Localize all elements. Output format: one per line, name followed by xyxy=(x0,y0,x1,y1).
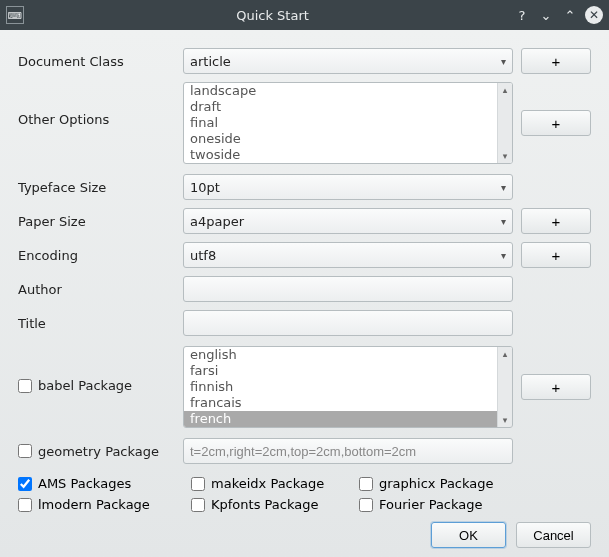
close-icon[interactable]: ✕ xyxy=(585,6,603,24)
label-encoding: Encoding xyxy=(18,248,183,263)
kpfonts-checkbox[interactable] xyxy=(191,498,205,512)
scrollbar[interactable]: ▴ ▾ xyxy=(497,347,512,427)
typeface-size-value: 10pt xyxy=(190,180,220,195)
graphicx-checkbox[interactable] xyxy=(359,477,373,491)
list-item[interactable]: french xyxy=(184,411,512,427)
label-makeidx: makeidx Package xyxy=(211,476,324,491)
help-icon[interactable]: ? xyxy=(513,6,531,24)
list-item[interactable]: english xyxy=(184,347,512,363)
scroll-down-icon[interactable]: ▾ xyxy=(498,149,512,163)
window-title: Quick Start xyxy=(32,8,513,23)
encoding-add-button[interactable]: + xyxy=(521,242,591,268)
label-babel: babel Package xyxy=(38,378,132,393)
list-item[interactable]: francais xyxy=(184,395,512,411)
list-item[interactable]: finnish xyxy=(184,379,512,395)
geometry-checkbox[interactable] xyxy=(18,444,32,458)
chevron-down-icon: ▾ xyxy=(501,216,506,227)
cancel-button[interactable]: Cancel xyxy=(516,522,591,548)
list-item[interactable]: landscape xyxy=(184,83,512,99)
label-kpfonts: Kpfonts Package xyxy=(211,497,318,512)
scroll-up-icon[interactable]: ▴ xyxy=(498,347,512,361)
list-item[interactable]: final xyxy=(184,115,512,131)
babel-add-button[interactable]: + xyxy=(521,374,591,400)
rollup-icon[interactable]: ⌃ xyxy=(561,6,579,24)
label-author: Author xyxy=(18,282,183,297)
encoding-combo[interactable]: utf8 ▾ xyxy=(183,242,513,268)
label-document-class: Document Class xyxy=(18,54,183,69)
titlebar: ⌨ Quick Start ? ⌄ ⌃ ✕ xyxy=(0,0,609,30)
list-item[interactable]: twoside xyxy=(184,147,512,163)
chevron-down-icon: ▾ xyxy=(501,56,506,67)
chevron-down-icon: ▾ xyxy=(501,250,506,261)
rolldown-icon[interactable]: ⌄ xyxy=(537,6,555,24)
label-lmodern: lmodern Package xyxy=(38,497,150,512)
document-class-value: article xyxy=(190,54,231,69)
chevron-down-icon: ▾ xyxy=(501,182,506,193)
title-input[interactable] xyxy=(183,310,513,336)
lmodern-checkbox[interactable] xyxy=(18,498,32,512)
dialog-content: Document Class article ▾ + Other Options… xyxy=(0,30,609,557)
scrollbar[interactable]: ▴ ▾ xyxy=(497,83,512,163)
typeface-size-combo[interactable]: 10pt ▾ xyxy=(183,174,513,200)
label-graphicx: graphicx Package xyxy=(379,476,494,491)
paper-size-add-button[interactable]: + xyxy=(521,208,591,234)
paper-size-value: a4paper xyxy=(190,214,244,229)
list-item[interactable]: oneside xyxy=(184,131,512,147)
babel-checkbox[interactable] xyxy=(18,379,32,393)
ok-button[interactable]: OK xyxy=(431,522,506,548)
paper-size-combo[interactable]: a4paper ▾ xyxy=(183,208,513,234)
other-options-listbox[interactable]: landscapedraftfinalonesidetwoside ▴ ▾ xyxy=(183,82,513,164)
label-paper-size: Paper Size xyxy=(18,214,183,229)
makeidx-checkbox[interactable] xyxy=(191,477,205,491)
app-icon: ⌨ xyxy=(6,6,24,24)
scroll-down-icon[interactable]: ▾ xyxy=(498,413,512,427)
encoding-value: utf8 xyxy=(190,248,216,263)
label-ams: AMS Packages xyxy=(38,476,131,491)
label-typeface-size: Typeface Size xyxy=(18,180,183,195)
scroll-up-icon[interactable]: ▴ xyxy=(498,83,512,97)
document-class-combo[interactable]: article ▾ xyxy=(183,48,513,74)
label-title: Title xyxy=(18,316,183,331)
list-item[interactable]: farsi xyxy=(184,363,512,379)
babel-listbox[interactable]: englishfarsifinnishfrancaisfrench ▴ ▾ xyxy=(183,346,513,428)
geometry-input[interactable] xyxy=(183,438,513,464)
fourier-checkbox[interactable] xyxy=(359,498,373,512)
other-options-add-button[interactable]: + xyxy=(521,110,591,136)
label-geometry: geometry Package xyxy=(38,444,159,459)
label-fourier: Fourier Package xyxy=(379,497,483,512)
label-other-options: Other Options xyxy=(18,82,183,127)
document-class-add-button[interactable]: + xyxy=(521,48,591,74)
list-item[interactable]: draft xyxy=(184,99,512,115)
author-input[interactable] xyxy=(183,276,513,302)
ams-checkbox[interactable] xyxy=(18,477,32,491)
